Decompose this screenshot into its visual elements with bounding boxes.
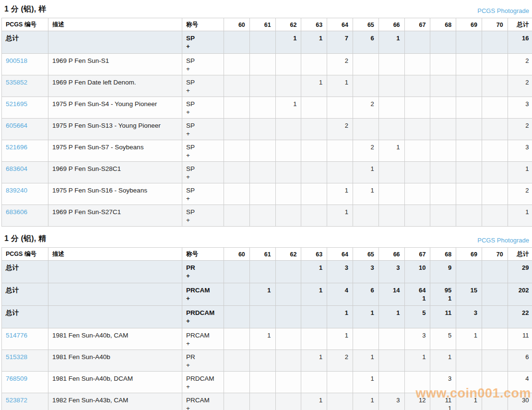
- grade-66-count-cell: 3: [378, 261, 404, 283]
- pcgs-number-cell: 768509: [2, 372, 48, 393]
- pcgs-number-link[interactable]: 535852: [6, 79, 27, 86]
- grade-64-count-cell: 4: [327, 283, 353, 306]
- pcgs-number-link[interactable]: 515328: [6, 353, 27, 361]
- totals-row: 总计PRDCAM+111511322: [2, 306, 532, 328]
- designation-label: SP: [186, 100, 220, 108]
- designation-cell: SP+: [182, 205, 224, 227]
- total-count-cell: 2: [508, 119, 532, 140]
- grade-65-count-cell: 6: [353, 283, 378, 306]
- grade-64-count-cell: [327, 393, 353, 410]
- coin-description: 1969 P Fen Sun-S28C1: [48, 162, 182, 183]
- pcgs-photograde-link[interactable]: PCGS Photograde: [477, 237, 529, 244]
- totals-row: 总计SP+1176116: [2, 31, 532, 54]
- grade-61-count-cell: [249, 205, 275, 227]
- pcgs-number-link[interactable]: 514776: [6, 332, 27, 339]
- totals-label: 总计: [6, 264, 19, 271]
- section-header: 1 分 (铝), 精 PCGS Photograde: [1, 227, 531, 247]
- grade-63-count-cell: 1: [301, 350, 327, 372]
- grade-67-count-cell: [404, 75, 430, 97]
- designation-plus-label: +: [186, 216, 220, 224]
- grade-62-count-cell: [275, 54, 301, 75]
- coin-description: 1975 P Fen Sun-S7 - Soybeans: [48, 140, 182, 162]
- pcgs-number-cell: 605664: [2, 119, 48, 140]
- grade-count: 95: [434, 286, 451, 294]
- designation-cell: SP+: [182, 183, 224, 205]
- designation-cell: SP+: [182, 54, 224, 75]
- grade-70-count-cell: [482, 350, 508, 372]
- designation-label: SP: [186, 57, 220, 65]
- grade-69-count-cell: [456, 205, 482, 227]
- grade-70-count-cell: [482, 162, 508, 183]
- designation-cell: SP+: [182, 140, 224, 162]
- grade-64-count-cell: 1: [327, 306, 353, 328]
- pcgs-number-link[interactable]: 768509: [6, 375, 27, 382]
- grade-64-count-cell: 1: [327, 75, 353, 97]
- table-row: 5358521969 P Fen Date left Denom.SP+112: [2, 75, 532, 97]
- pcgs-number-link[interactable]: 683604: [6, 165, 27, 172]
- column-header-designation: 称号: [182, 18, 224, 31]
- table-row: 5147761981 Fen Sun-A40b, CAMPRCAM+113511…: [2, 328, 532, 350]
- grade-61-count-cell: [249, 162, 275, 183]
- designation-cell: PR+: [182, 261, 224, 283]
- grade-62-count-cell: [275, 372, 301, 393]
- grade-62-count-cell: [275, 393, 301, 410]
- coin-description: [48, 283, 182, 306]
- pcgs-number-link[interactable]: 839240: [6, 187, 27, 194]
- designation-plus-label: +: [186, 86, 220, 95]
- grade-66-count-cell: 1: [378, 306, 404, 328]
- grade-60-count-cell: [224, 97, 250, 119]
- grade-64-count-cell: 7: [327, 31, 353, 54]
- grade-70-count-cell: [482, 283, 508, 306]
- pcgs-number-link[interactable]: 521696: [6, 144, 27, 151]
- grade-68-count-cell: 951: [430, 283, 456, 306]
- grade-61-count-cell: [249, 393, 275, 410]
- total-count-cell: 16: [508, 31, 532, 54]
- pcgs-number-link[interactable]: 521695: [6, 100, 27, 108]
- grade-62-count-cell: [275, 205, 301, 227]
- designation-cell: SP+: [182, 97, 224, 119]
- total-count-cell: 1: [508, 205, 532, 227]
- grade-69-count-cell: [456, 162, 482, 183]
- grade-64-count-cell: [327, 162, 353, 183]
- population-report-page: 1 分 (铝), 样 PCGS Photograde PCGS 编号描述称号60…: [0, 0, 532, 410]
- designation-plus-label: +: [186, 404, 220, 410]
- pcgs-photograde-link[interactable]: PCGS Photograde: [477, 7, 529, 14]
- grade-60-count-cell: [224, 75, 250, 97]
- designation-label: SP: [186, 121, 220, 130]
- table-row: 5216961975 P Fen Sun-S7 - SoybeansSP+213: [2, 140, 532, 162]
- table-row: 6836061969 P Fen Sun-S27C1SP+11: [2, 205, 532, 227]
- pcgs-number-link[interactable]: 605664: [6, 122, 27, 129]
- total-count-cell: 29: [508, 261, 532, 283]
- grade-63-count-cell: [301, 162, 327, 183]
- grade-60-count-cell: [224, 283, 250, 306]
- grade-69-count-cell: 3: [456, 306, 482, 328]
- grade-60-count-cell: [224, 31, 250, 54]
- pcgs-number-link[interactable]: 523872: [6, 397, 27, 404]
- grade-67-count-cell: 3: [404, 328, 430, 350]
- grade-61-count-cell: 1: [249, 328, 275, 350]
- column-header-grade-67: 67: [404, 18, 430, 31]
- plus-grade-count: 1: [434, 404, 451, 410]
- pcgs-number-cell: 900518: [2, 54, 48, 75]
- designation-cell: SP+: [182, 31, 224, 54]
- coin-description: 1969 P Fen Date left Denom.: [48, 75, 182, 97]
- column-header-grade-61: 61: [249, 18, 275, 31]
- designation-label: SP: [186, 208, 220, 216]
- pcgs-number-link[interactable]: 683606: [6, 208, 27, 216]
- coin-description: 1975 P Fen Sun-S13 - Young Pioneer: [48, 119, 182, 140]
- pcgs-number-link[interactable]: 900518: [6, 57, 27, 64]
- grade-60-count-cell: [224, 119, 250, 140]
- grade-68-count-cell: [430, 183, 456, 205]
- grade-61-count-cell: [249, 372, 275, 393]
- designation-cell: PR+: [182, 350, 224, 372]
- grade-62-count-cell: [275, 283, 301, 306]
- designation-plus-label: +: [186, 317, 220, 325]
- pcgs-number-cell: 683604: [2, 162, 48, 183]
- designation-label: PR: [186, 353, 220, 361]
- section-header: 1 分 (铝), 样 PCGS Photograde: [1, 0, 531, 18]
- section-specimen: 1 分 (铝), 样 PCGS Photograde PCGS 编号描述称号60…: [1, 0, 531, 227]
- column-header-grade-60: 60: [224, 248, 250, 261]
- grade-60-count-cell: [224, 261, 250, 283]
- grade-63-count-cell: [301, 372, 327, 393]
- column-header-grade-68: 68: [430, 248, 456, 261]
